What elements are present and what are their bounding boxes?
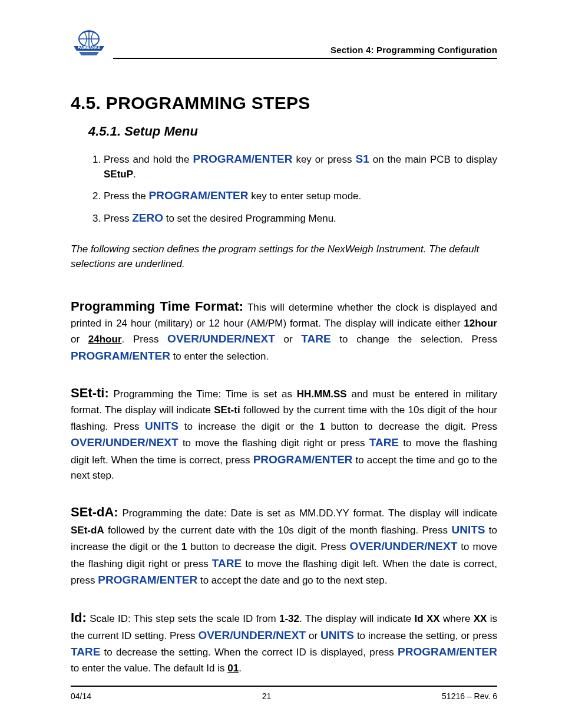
- text: Press the: [104, 190, 149, 202]
- text: .: [239, 663, 242, 674]
- key-over-under-next: OVER/UNDER/NEXT: [198, 629, 306, 641]
- para-set-ti: SEt-ti: Programming the Time: Time is se…: [71, 383, 497, 483]
- footer-date: 04/14: [71, 691, 91, 701]
- step-list: Press and hold the PROGRAM/ENTER key or …: [87, 151, 497, 226]
- text: to enter the value. The default Id is: [71, 663, 227, 674]
- one-button: 1: [319, 421, 325, 432]
- key-program-enter: PROGRAM/ENTER: [253, 453, 353, 466]
- one-button: 1: [181, 541, 187, 552]
- text: or: [306, 630, 320, 641]
- key-units: UNITS: [451, 523, 485, 536]
- default-id: 01: [227, 663, 239, 674]
- lead: Programming Time Format:: [71, 299, 243, 314]
- text: to move the flashing digit right or pres…: [178, 437, 369, 449]
- key-over-under-next: OVER/UNDER/NEXT: [167, 332, 275, 345]
- key-tare: TARE: [301, 332, 330, 345]
- text: button to decrease the digit. Press: [187, 541, 349, 552]
- key-program-enter: PROGRAM/ENTER: [149, 189, 249, 202]
- text: where: [440, 613, 474, 624]
- section-title: Section 4: Programming Configuration: [330, 45, 497, 55]
- page: FAIRBANKS Section 4: Programming Configu…: [0, 0, 562, 728]
- text: Press and hold the: [104, 154, 193, 165]
- text: to increase the setting, or press: [354, 630, 497, 641]
- para-id: Id: Scale ID: This step sets the scale I…: [71, 608, 497, 676]
- setup-word: SEtuP: [104, 169, 133, 180]
- key-program-enter: PROGRAM/ENTER: [193, 153, 293, 165]
- opt-12hour: 12hour: [464, 318, 497, 329]
- step-1: Press and hold the PROGRAM/ENTER key or …: [104, 151, 497, 182]
- key-units: UNITS: [145, 420, 178, 432]
- text: Programming the date: Date is set as MM.…: [118, 508, 497, 519]
- text: or: [275, 334, 302, 345]
- xx: XX: [474, 613, 487, 624]
- footer-page: 21: [262, 691, 272, 701]
- text: on the main PCB to display: [369, 154, 497, 165]
- key-program-enter: PROGRAM/ENTER: [98, 574, 197, 586]
- opt-24hour: 24hour: [88, 334, 122, 345]
- key-over-under-next: OVER/UNDER/NEXT: [350, 540, 458, 552]
- set-ti-word: SEt-ti: [214, 404, 240, 416]
- lead: SEt-ti:: [71, 386, 109, 400]
- key-tare: TARE: [369, 436, 399, 449]
- footer-rev: 51216 – Rev. 6: [442, 691, 497, 701]
- set-da-word: SEt-dA: [71, 525, 104, 536]
- key-tare: TARE: [71, 645, 100, 658]
- fairbanks-logo: FAIRBANKS: [71, 29, 107, 59]
- text: to decrease the setting. When the correc…: [100, 647, 398, 658]
- key-program-enter: PROGRAM/ENTER: [398, 645, 497, 658]
- text: button to decrease the digit. Press: [325, 421, 497, 432]
- para-set-da: SEt-dA: Programming the date: Date is se…: [71, 502, 497, 589]
- lead: Id:: [71, 610, 87, 625]
- text: Programming the Time: Time is set as: [109, 388, 297, 400]
- text: .: [133, 169, 136, 180]
- header: FAIRBANKS Section 4: Programming Configu…: [71, 29, 497, 59]
- id-xx: Id XX: [415, 613, 440, 624]
- text: to increase the digit or the: [178, 421, 319, 432]
- header-rule: Section 4: Programming Configuration: [113, 47, 497, 59]
- key-tare: TARE: [212, 557, 242, 569]
- hhmmss: HH.MM.SS: [297, 388, 347, 400]
- text: . Press: [122, 334, 168, 345]
- key-units: UNITS: [320, 629, 354, 641]
- text: or: [71, 334, 88, 345]
- key-over-under-next: OVER/UNDER/NEXT: [71, 436, 178, 449]
- footer: 04/14 21 51216 – Rev. 6: [71, 686, 497, 701]
- text: . The display will indicate: [299, 613, 415, 624]
- heading-sub: 4.5.1. Setup Menu: [88, 124, 497, 139]
- text: to enter the selection.: [170, 351, 269, 362]
- text: Press: [104, 213, 132, 224]
- key-s1: S1: [355, 153, 369, 165]
- step-2: Press the PROGRAM/ENTER key to enter set…: [104, 187, 497, 204]
- lead: SEt-dA:: [71, 505, 118, 519]
- italic-note: The following section defines the progra…: [71, 242, 497, 272]
- heading-main: 4.5. PROGRAMMING STEPS: [71, 93, 497, 113]
- text: to set the desired Programming Menu.: [163, 213, 336, 224]
- svg-text:FAIRBANKS: FAIRBANKS: [78, 45, 101, 50]
- text: key to enter setup mode.: [248, 190, 361, 202]
- para-time-format: Programming Time Format: This will deter…: [71, 297, 497, 365]
- range: 1-32: [279, 613, 299, 624]
- text: followed by the current date with the 10…: [104, 525, 452, 536]
- text: to accept the date and go to the next st…: [197, 575, 387, 586]
- key-program-enter: PROGRAM/ENTER: [71, 350, 170, 362]
- text: key or press: [292, 154, 355, 165]
- step-3: Press ZERO to set the desired Programmin…: [104, 210, 497, 226]
- text: Scale ID: This step sets the scale ID fr…: [87, 613, 279, 624]
- key-zero: ZERO: [132, 212, 163, 224]
- text: to change the selection. Press: [331, 334, 497, 345]
